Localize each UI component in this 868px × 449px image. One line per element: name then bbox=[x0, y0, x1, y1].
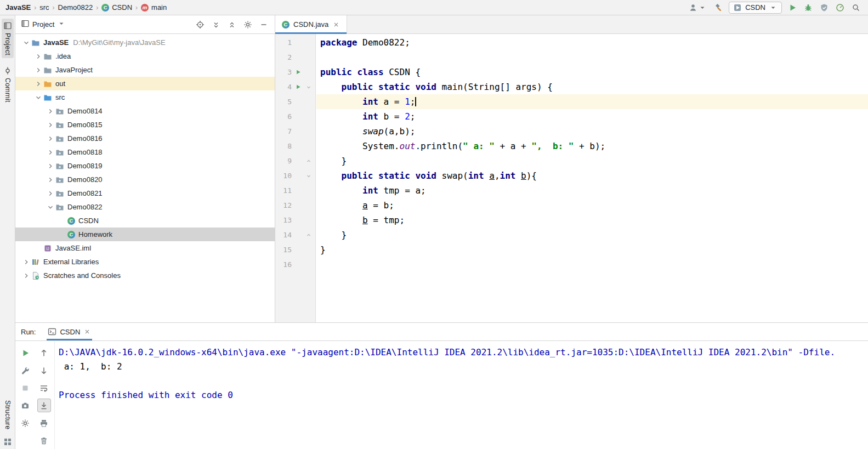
chevron-right-icon[interactable] bbox=[21, 258, 31, 266]
stripe-tab-project[interactable]: Project bbox=[2, 19, 14, 58]
breadcrumb-item-javase[interactable]: JavaSE bbox=[5, 3, 31, 12]
tree-item-external-libraries[interactable]: External Libraries bbox=[15, 255, 275, 269]
breadcrumb-item-src[interactable]: src bbox=[39, 3, 49, 12]
chevron-right-icon[interactable] bbox=[45, 175, 55, 184]
wrench-button[interactable] bbox=[19, 363, 32, 377]
editor-tab[interactable]: CCSDN.java bbox=[275, 15, 347, 33]
chevron-right-icon[interactable] bbox=[45, 148, 55, 157]
run-tab[interactable]: CSDN bbox=[43, 323, 95, 340]
left-tool-stripe: ProjectCommit Structure bbox=[0, 15, 15, 449]
chevron-down-icon[interactable] bbox=[33, 93, 43, 102]
chevron-right-icon[interactable] bbox=[45, 107, 55, 116]
code-line-13[interactable]: 13 b = tmp; bbox=[275, 213, 868, 228]
tree-item-demo0822[interactable]: Demo0822 bbox=[15, 200, 275, 214]
tree-item-demo0818[interactable]: Demo0818 bbox=[15, 145, 275, 159]
chevron-right-icon[interactable] bbox=[45, 189, 55, 198]
stripe-tab-commit[interactable]: Commit bbox=[2, 64, 14, 105]
tree-item-demo0820[interactable]: Demo0820 bbox=[15, 173, 275, 186]
scroll-end-button[interactable] bbox=[37, 399, 51, 412]
code-line-5[interactable]: 5 int a = 1; bbox=[275, 94, 868, 109]
target-button[interactable] bbox=[195, 19, 206, 30]
chevron-right-icon[interactable] bbox=[45, 121, 55, 129]
breadcrumb-item-csdn[interactable]: CCSDN bbox=[101, 3, 132, 12]
up-arrow-button[interactable] bbox=[37, 346, 51, 360]
rerun-button[interactable] bbox=[19, 346, 32, 360]
code-token: ", b: " bbox=[531, 141, 574, 151]
stripe-tab-structure[interactable]: Structure bbox=[2, 397, 13, 432]
chevron-down-icon[interactable] bbox=[21, 38, 31, 47]
fold-start-icon[interactable] bbox=[304, 173, 314, 179]
settings-button[interactable] bbox=[19, 416, 32, 430]
stop-button[interactable] bbox=[19, 381, 32, 395]
code-line-6[interactable]: 6 int b = 2; bbox=[275, 109, 868, 124]
editor[interactable]: 1package Demo0822;23public class CSDN {4… bbox=[275, 34, 868, 322]
minimize-button[interactable] bbox=[258, 19, 269, 30]
grid-button[interactable] bbox=[2, 436, 13, 447]
chevron-right-icon[interactable] bbox=[45, 162, 55, 170]
code-token: public static void bbox=[342, 82, 436, 92]
gear-button[interactable] bbox=[242, 19, 253, 30]
chevron-right-icon[interactable] bbox=[45, 134, 55, 143]
tree-item-demo0814[interactable]: Demo0814 bbox=[15, 104, 275, 118]
code-line-11[interactable]: 11 int tmp = a; bbox=[275, 183, 868, 198]
search-button[interactable] bbox=[850, 2, 861, 13]
code-line-12[interactable]: 12 a = b; bbox=[275, 198, 868, 213]
coverage-button[interactable] bbox=[819, 2, 830, 13]
down-arrow-button[interactable] bbox=[37, 363, 51, 377]
tree-item-demo0815[interactable]: Demo0815 bbox=[15, 118, 275, 132]
clear-button[interactable] bbox=[37, 434, 51, 447]
tree-item-scratches-and-consoles[interactable]: Scratches and Consoles bbox=[15, 269, 275, 282]
tree-item--idea[interactable]: .idea bbox=[15, 49, 275, 63]
chevron-down-icon[interactable] bbox=[57, 19, 66, 30]
camera-button[interactable] bbox=[19, 399, 32, 412]
run-console[interactable]: D:\JAVA\jdk-16.0.2_windows-x64\bin\java.… bbox=[55, 342, 868, 449]
code-line-2[interactable]: 2 bbox=[275, 50, 868, 65]
chevron-down-icon[interactable] bbox=[45, 203, 55, 212]
soft-wrap-button[interactable] bbox=[37, 381, 51, 395]
debug-button[interactable] bbox=[803, 2, 814, 13]
tree-item-demo0821[interactable]: Demo0821 bbox=[15, 186, 275, 200]
tree-item-demo0816[interactable]: Demo0816 bbox=[15, 132, 275, 145]
close-icon[interactable] bbox=[332, 21, 340, 29]
print-button[interactable] bbox=[37, 416, 51, 430]
code-line-14[interactable]: 14 } bbox=[275, 228, 868, 242]
tree-item-src[interactable]: src bbox=[15, 90, 275, 104]
tree-item-javaproject[interactable]: JavaProject bbox=[15, 63, 275, 77]
chevron-right-icon[interactable] bbox=[21, 271, 31, 280]
chevron-right-icon[interactable] bbox=[33, 52, 43, 61]
close-icon[interactable] bbox=[83, 328, 91, 336]
breadcrumb-item-demo0822[interactable]: Demo0822 bbox=[58, 3, 93, 12]
run-line-icon[interactable] bbox=[292, 69, 304, 75]
profiler-button[interactable] bbox=[835, 2, 846, 13]
run-button[interactable] bbox=[787, 2, 798, 13]
run-line-icon[interactable] bbox=[292, 84, 304, 90]
run-config-selector[interactable]: CSDN bbox=[729, 2, 782, 14]
code-token: main(String[] args) { bbox=[436, 82, 553, 92]
expand-all-button[interactable] bbox=[211, 19, 222, 30]
code-line-9[interactable]: 9 } bbox=[275, 154, 868, 168]
fold-end-icon[interactable] bbox=[304, 232, 314, 238]
hammer-button[interactable] bbox=[713, 2, 724, 13]
code-line-8[interactable]: 8 System.out.println(" a: " + a + ", b: … bbox=[275, 139, 868, 154]
chevron-right-icon[interactable] bbox=[33, 66, 43, 75]
tree-item-csdn[interactable]: CCSDN bbox=[15, 214, 275, 228]
code-line-3[interactable]: 3public class CSDN { bbox=[275, 65, 868, 79]
code-line-10[interactable]: 10 public static void swap(int a,int b){ bbox=[275, 168, 868, 183]
tree-item-demo0819[interactable]: Demo0819 bbox=[15, 159, 275, 173]
code-line-1[interactable]: 1package Demo0822; bbox=[275, 35, 868, 50]
collapse-all-button[interactable] bbox=[226, 19, 237, 30]
fold-end-icon[interactable] bbox=[304, 158, 314, 164]
fold-start-icon[interactable] bbox=[304, 84, 314, 90]
code-line-7[interactable]: 7 swap(a,b); bbox=[275, 124, 868, 139]
tree-item-homework[interactable]: CHomework bbox=[15, 228, 275, 241]
tree-item-javase[interactable]: JavaSED:\MyGit\Git\my-java\JavaSE bbox=[15, 36, 275, 49]
tree-item-out[interactable]: out bbox=[15, 77, 275, 90]
user-button[interactable] bbox=[688, 2, 708, 13]
project-title[interactable]: Project bbox=[32, 20, 54, 29]
code-line-4[interactable]: 4 public static void main(String[] args)… bbox=[275, 79, 868, 94]
code-line-15[interactable]: 15} bbox=[275, 242, 868, 257]
chevron-right-icon[interactable] bbox=[33, 79, 43, 88]
tree-item-javase-iml[interactable]: IJJavaSE.iml bbox=[15, 241, 275, 255]
breadcrumb-item-main[interactable]: mmain bbox=[141, 3, 167, 12]
code-line-16[interactable]: 16 bbox=[275, 257, 868, 272]
